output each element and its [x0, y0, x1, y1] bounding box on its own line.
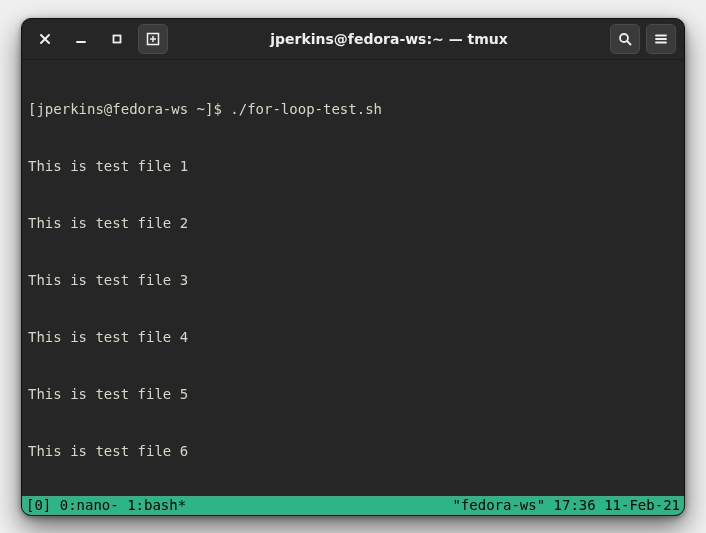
window-title: jperkins@fedora-ws:~ — tmux	[174, 31, 604, 47]
command-line: [jperkins@fedora-ws ~]$ ./for-loop-test.…	[28, 100, 678, 119]
titlebar: jperkins@fedora-ws:~ — tmux	[22, 19, 684, 59]
tmux-status-spacer	[186, 496, 452, 515]
terminal-window: jperkins@fedora-ws:~ — tmux [jperkins@fe…	[21, 18, 685, 516]
tmux-status-right: "fedora-ws" 17:36 11-Feb-21	[452, 496, 680, 515]
search-button[interactable]	[610, 24, 640, 54]
prompt-text: [jperkins@fedora-ws ~]$	[28, 101, 230, 117]
minimize-button[interactable]	[66, 24, 96, 54]
output-line: This is test file 1	[28, 157, 678, 176]
output-line: This is test file 5	[28, 385, 678, 404]
hamburger-menu-button[interactable]	[646, 24, 676, 54]
output-line: This is test file 6	[28, 442, 678, 461]
maximize-button[interactable]	[102, 24, 132, 54]
tmux-status-left: [0] 0:nano- 1:bash*	[26, 496, 186, 515]
command-text: ./for-loop-test.sh	[230, 101, 382, 117]
tmux-status-bar: [0] 0:nano- 1:bash* "fedora-ws" 17:36 11…	[22, 496, 684, 515]
close-button[interactable]	[30, 24, 60, 54]
output-line: This is test file 2	[28, 214, 678, 233]
svg-rect-0	[114, 35, 121, 42]
new-tab-button[interactable]	[138, 24, 168, 54]
output-line: This is test file 4	[28, 328, 678, 347]
terminal-body[interactable]: [jperkins@fedora-ws ~]$ ./for-loop-test.…	[22, 59, 684, 496]
output-line: This is test file 3	[28, 271, 678, 290]
